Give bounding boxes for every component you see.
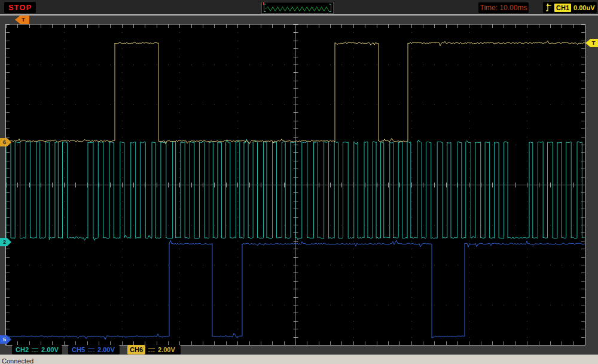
- trigger-position-marker[interactable]: T: [15, 16, 29, 24]
- ch5-label: CH5: [72, 346, 85, 353]
- ch2-scale: 2.00V: [41, 346, 59, 353]
- top-toolbar: STOP Time: 10.00ms CH1 0.00uV: [0, 0, 598, 14]
- trigger-level-value: 0.00uV: [573, 4, 594, 11]
- dc-coupling-icon: [88, 348, 94, 351]
- toolbar-divider: [0, 14, 598, 16]
- ch5-scale-badge[interactable]: CH5 2.00V: [68, 345, 120, 354]
- dc-coupling-icon: [148, 348, 155, 351]
- timebase-display[interactable]: Time: 10.00ms: [478, 2, 529, 13]
- ch2-label: CH2: [16, 346, 29, 353]
- trigger-source-badge: CH1: [554, 4, 571, 12]
- ch6-scale-badge[interactable]: CH6 2.00V: [127, 345, 181, 354]
- ch6-scale: 2.00V: [158, 346, 175, 353]
- rising-edge-trigger-icon: [545, 3, 552, 12]
- horizontal-position-preview[interactable]: [261, 2, 334, 14]
- scope-canvas: [6, 25, 585, 345]
- run-stop-button[interactable]: STOP: [4, 2, 36, 13]
- status-bar: Connected: [0, 354, 598, 364]
- ch2-scale-badge[interactable]: CH2 2.00V: [12, 345, 62, 354]
- dc-coupling-icon: [32, 348, 38, 351]
- trigger-level-marker[interactable]: T: [585, 39, 598, 47]
- waveform-display-area[interactable]: [5, 24, 585, 345]
- connection-status: Connected: [2, 357, 33, 364]
- ch5-scale: 2.00V: [97, 346, 115, 353]
- ch6-label: CH6: [127, 345, 145, 354]
- preview-canvas: [262, 2, 333, 13]
- trigger-display[interactable]: CH1 0.00uV: [543, 2, 597, 13]
